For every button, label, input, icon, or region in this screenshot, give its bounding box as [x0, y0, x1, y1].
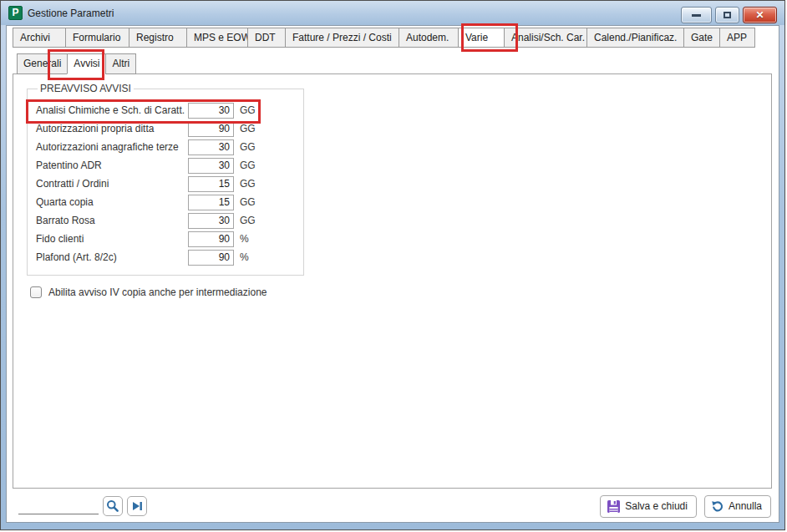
cancel-button[interactable]: Annulla: [704, 495, 771, 518]
param-row-contratti-ordini: Contratti / Ordini GG: [36, 175, 303, 193]
iv-copia-checkbox[interactable]: [30, 286, 42, 298]
param-value-input[interactable]: [188, 139, 234, 155]
param-row-fido-clienti: Fido clienti %: [36, 230, 303, 248]
param-value-input[interactable]: [188, 195, 234, 210]
param-label: Patentino ADR: [36, 160, 188, 171]
param-unit: GG: [240, 160, 256, 171]
tab-fatture-prezzi-costi[interactable]: Fatture / Prezzi / Costi: [285, 28, 399, 48]
search-button[interactable]: [103, 496, 123, 516]
restore-button[interactable]: [715, 7, 739, 23]
param-label: Barrato Rosa: [36, 215, 188, 226]
subtab-altri[interactable]: Altri: [105, 53, 136, 74]
search-icon: [106, 499, 119, 513]
iv-copia-check-row: Abilita avviso IV copia anche per interm…: [30, 286, 267, 298]
param-unit: GG: [240, 196, 256, 208]
gestione-parametri-window: P Gestione Parametri ✕ Archivi Formulari…: [0, 0, 785, 530]
param-value-input[interactable]: [188, 213, 234, 229]
param-value-input[interactable]: [188, 231, 234, 247]
tab-archivi[interactable]: Archivi: [13, 28, 66, 48]
param-row-autorizzazioni-terze: Autorizzazioni anagrafiche terze GG: [36, 138, 303, 156]
group-title: PREAVVISO AVVISI: [38, 83, 134, 94]
tab-gate[interactable]: Gate: [683, 28, 720, 48]
param-row-plafond: Plafond (Art. 8/2c) %: [36, 248, 303, 266]
param-row-patentino-adr: Patentino ADR GG: [36, 156, 303, 175]
param-value-input[interactable]: [188, 158, 234, 174]
param-value-input[interactable]: [188, 176, 234, 192]
param-label: Plafond (Art. 8/2c): [36, 251, 188, 263]
param-unit: GG: [240, 178, 256, 190]
param-label: Contratti / Ordini: [36, 178, 188, 190]
param-row-quarta-copia: Quarta copia GG: [36, 193, 303, 211]
annotation-box-avvisi-subtab: [48, 49, 104, 80]
annotation-box-varie-tab: [461, 23, 518, 52]
window-title: Gestione Parametri: [28, 8, 114, 19]
minimize-icon: [692, 14, 701, 17]
skip-to-end-icon: [131, 500, 143, 512]
annotation-box-analisi-row: [26, 99, 261, 124]
save-button-label: Salva e chiudi: [625, 500, 688, 512]
tab-autodem[interactable]: Autodem.: [399, 28, 459, 48]
minimize-button[interactable]: [681, 7, 712, 23]
restore-icon: [724, 12, 731, 18]
param-label: Quarta copia: [36, 196, 188, 208]
tab-formulario[interactable]: Formulario: [65, 28, 129, 48]
tab-registro[interactable]: Registro: [129, 28, 187, 48]
param-row-barrato-rosa: Barrato Rosa GG: [36, 211, 303, 230]
param-label: Fido clienti: [36, 233, 188, 245]
close-icon: ✕: [755, 9, 764, 21]
param-unit: GG: [240, 123, 256, 134]
close-button[interactable]: ✕: [743, 7, 777, 23]
titlebar[interactable]: P Gestione Parametri ✕: [1, 1, 784, 25]
tab-app[interactable]: APP: [719, 28, 755, 48]
main-tab-bar: Archivi Formulario Registro MPS e EOW DD…: [13, 28, 755, 48]
param-unit: %: [240, 233, 249, 245]
go-to-end-button[interactable]: [127, 496, 147, 516]
app-icon: P: [8, 6, 23, 20]
search-input[interactable]: [18, 498, 99, 514]
param-value-input[interactable]: [188, 250, 234, 266]
cancel-button-label: Annulla: [729, 500, 762, 512]
param-unit: GG: [240, 215, 256, 226]
avvisi-tab-panel: PREAVVISO AVVISI Analisi Chimiche e Sch.…: [13, 73, 772, 489]
param-unit: %: [240, 251, 249, 263]
tab-mps-e-eow[interactable]: MPS e EOW: [186, 28, 248, 48]
undo-icon: [711, 499, 724, 513]
tab-calend-pianificaz[interactable]: Calend./Pianificaz.: [586, 28, 684, 48]
save-and-close-button[interactable]: Salva e chiudi: [600, 495, 697, 518]
tab-ddt[interactable]: DDT: [247, 28, 286, 48]
save-icon: [607, 499, 621, 514]
footer-bar: Salva e chiudi Annulla: [7, 490, 779, 522]
param-label: Autorizzazioni propria ditta: [36, 123, 188, 134]
param-unit: GG: [240, 141, 256, 153]
iv-copia-checkbox-label: Abilita avviso IV copia anche per interm…: [48, 286, 267, 298]
param-label: Autorizzazioni anagrafiche terze: [36, 141, 188, 153]
